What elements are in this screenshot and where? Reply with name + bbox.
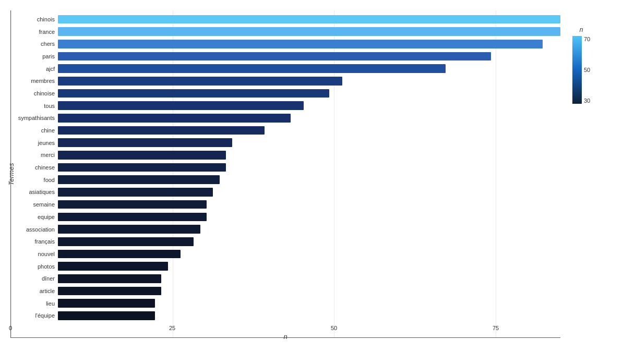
bar (58, 77, 342, 86)
bar-label: dîner (11, 275, 58, 282)
bar-label: photos (11, 263, 58, 270)
bar (58, 52, 491, 61)
bar-label: food (11, 177, 58, 183)
x-tick: 25 (169, 325, 175, 331)
bar-label: ajcf (11, 66, 58, 72)
bar-row: semaine (11, 198, 560, 211)
bar-label: chinois (11, 16, 58, 22)
bar-row: nouvel (11, 248, 560, 260)
bar-row: photos (11, 260, 560, 273)
chart-container: Termes chinoisfrancechersparisajcfmembre… (0, 0, 623, 364)
bar-row: france (11, 26, 560, 38)
bar (58, 188, 213, 197)
bar-row: paris (11, 50, 560, 63)
bar (58, 274, 161, 283)
bar-row: tous (11, 100, 560, 112)
bar-label: sympathisants (11, 115, 58, 121)
bar-label: chinese (11, 164, 58, 171)
plot-area: chinoisfrancechersparisajcfmembreschinoi… (10, 10, 560, 338)
bar (58, 213, 207, 222)
bar-label: france (11, 29, 58, 35)
bar (58, 175, 220, 184)
legend-value-30: 30 (584, 98, 590, 104)
chart-area: Termes chinoisfrancechersparisajcfmembre… (5, 10, 613, 338)
legend-value-50: 50 (584, 67, 590, 73)
bar-label: asiatiques (11, 189, 58, 195)
bars-container: chinoisfrancechersparisajcfmembreschinoi… (10, 10, 560, 338)
bar (58, 101, 304, 110)
x-tick: 75 (493, 325, 499, 331)
bar (58, 163, 226, 172)
bar-row: food (11, 174, 560, 186)
bar-label: semaine (11, 201, 58, 208)
x-tick: 0 (9, 325, 12, 331)
bar-row: chinois (11, 13, 560, 26)
x-axis-label: n (10, 333, 560, 341)
bar-label: association (11, 226, 58, 233)
bar-label: lieu (11, 300, 58, 307)
bar (58, 114, 291, 123)
bar-label: jeunes (11, 140, 58, 146)
bar-label: paris (11, 53, 58, 59)
bar-label: article (11, 288, 58, 294)
bar (58, 138, 232, 147)
bar (58, 126, 265, 135)
bar-row: ajcf (11, 63, 560, 75)
bar-row: jeunes (11, 137, 560, 149)
bar (58, 299, 155, 308)
bar (58, 151, 226, 160)
bar-row: français (11, 235, 560, 248)
bar-row: lieu (11, 297, 560, 310)
bar-label: l'équipe (11, 312, 58, 319)
bar (58, 64, 446, 73)
bar-row: merci (11, 149, 560, 162)
bar-label: français (11, 238, 58, 245)
legend-tick-labels: 70 50 30 (584, 36, 590, 104)
bar-row: chine (11, 124, 560, 137)
bar-label: chine (11, 127, 58, 134)
bar (58, 200, 207, 209)
bar-row: dîner (11, 272, 560, 285)
bar-label: membres (11, 78, 58, 84)
bar-row: article (11, 285, 560, 297)
bar (58, 40, 543, 48)
bar-row: l'équipe (11, 310, 560, 322)
bar (58, 225, 200, 234)
bar-row: chinoise (11, 87, 560, 100)
x-tick: 50 (331, 325, 337, 331)
bar-row: sympathisants (11, 112, 560, 125)
bar-row: asiatiques (11, 186, 560, 199)
bar-row: chers (11, 38, 560, 50)
x-axis: n 0255075 (10, 322, 560, 338)
bar (58, 311, 155, 320)
bar (58, 287, 161, 296)
bar (58, 250, 181, 259)
bar-label: chers (11, 41, 58, 47)
legend-title: n (580, 26, 583, 33)
bar-row: membres (11, 75, 560, 87)
bar (58, 237, 194, 246)
bar-label: tous (11, 103, 58, 109)
bar-label: chinoise (11, 90, 58, 96)
bar-label: nouvel (11, 251, 58, 257)
legend-gradient (572, 36, 582, 104)
bar-row: equipe (11, 211, 560, 223)
bar-label: equipe (11, 214, 58, 220)
bar (58, 262, 168, 271)
bar-row: association (11, 223, 560, 236)
bar (58, 89, 329, 98)
bar-row: chinese (11, 161, 560, 174)
bar (58, 15, 560, 24)
bar (58, 27, 560, 36)
legend: n 70 50 30 (560, 26, 602, 354)
legend-value-70: 70 (584, 36, 590, 42)
bar-label: merci (11, 152, 58, 158)
